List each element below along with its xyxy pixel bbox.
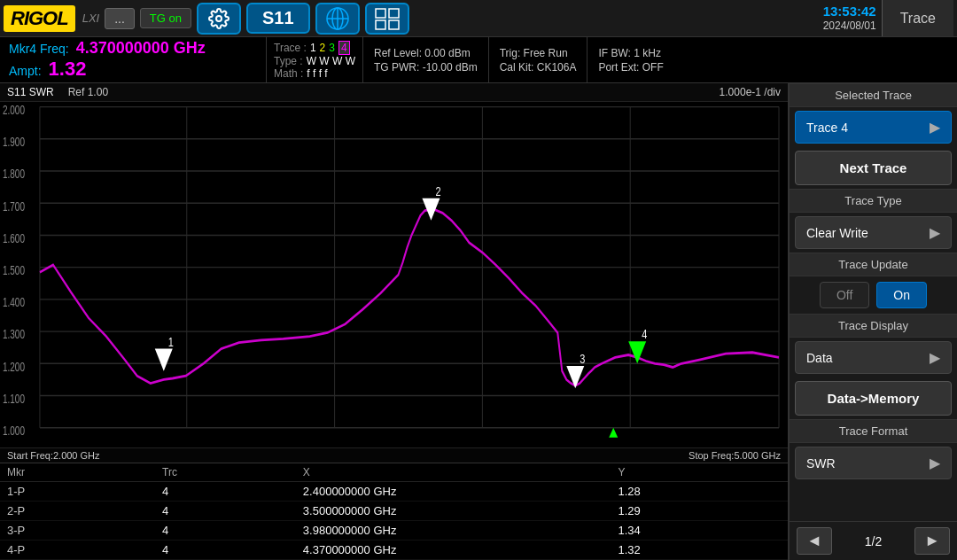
svg-text:1.700: 1.700 <box>3 199 25 214</box>
chart-title: S11 SWR <box>7 86 54 98</box>
trc-cell: 4 <box>155 502 296 521</box>
chevron-right-icon-2: ▶ <box>930 224 940 241</box>
chart-body: 2.000 1.900 1.800 1.700 1.600 1.500 1.40… <box>0 102 788 447</box>
logo-text: RIGOL <box>4 5 75 32</box>
chart-scale: 1.000e-1 /div <box>720 86 781 98</box>
svg-text:2.000: 2.000 <box>3 103 25 117</box>
svg-text:2: 2 <box>435 183 440 198</box>
svg-rect-8 <box>389 20 399 29</box>
s11-button[interactable]: S11 <box>246 3 310 34</box>
col-trc: Trc <box>155 463 296 482</box>
trace-display-data-button[interactable]: Data ▶ <box>795 341 952 374</box>
stop-freq: Stop Freq:5.000 GHz <box>689 450 781 461</box>
col-y: Y <box>611 463 788 482</box>
trace-num-2: 2 <box>320 42 326 54</box>
trace-format-swr-button[interactable]: SWR ▶ <box>795 447 952 479</box>
svg-marker-37 <box>155 349 173 371</box>
grid-button[interactable] <box>365 3 409 35</box>
math-values: f f f f <box>307 67 327 80</box>
ellipsis-button[interactable]: ... <box>105 8 135 29</box>
trace-num-1: 1 <box>310 42 316 54</box>
meas-left: Mkr4 Freq: 4.370000000 GHz Ampt: 1.32 <box>0 37 266 82</box>
trace-info: Trace : 1 2 3 4 Type : W W W W Math : f … <box>266 37 362 82</box>
panel-footer: ◄ 1/2 ► <box>790 521 957 560</box>
trace-update-row: Off On <box>790 276 957 314</box>
y-cell: 1.28 <box>611 482 788 502</box>
trc-cell: 4 <box>155 541 296 560</box>
next-page-button[interactable]: ► <box>914 527 950 555</box>
trc-cell: 4 <box>155 521 296 541</box>
main-area: S11 SWR Ref 1.00 1.000e-1 /div 2.000 1.9… <box>0 83 957 560</box>
trace-format-label: Trace Format <box>790 419 957 443</box>
freq-label: Mkr4 Freq: <box>9 42 69 56</box>
selected-trace-value: Trace 4 <box>806 121 848 135</box>
selected-trace-button[interactable]: Trace 4 ▶ <box>795 111 952 144</box>
table-row: 4-P 4 4.370000000 GHz 1.32 <box>0 541 788 560</box>
gear-icon <box>208 8 230 29</box>
trace-display-label: Trace Display <box>790 314 957 338</box>
x-cell: 3.980000000 GHz <box>296 521 611 541</box>
y-cell: 1.34 <box>611 521 788 541</box>
col-mkr: Mkr <box>0 463 155 482</box>
table-row: 2-P 4 3.500000000 GHz 1.29 <box>0 502 788 521</box>
mkr-cell: 1-P <box>0 482 155 502</box>
table-row: 1-P 4 2.400000000 GHz 1.28 <box>0 482 788 502</box>
time-display: 13:53:42 <box>823 3 876 20</box>
svg-text:1.900: 1.900 <box>3 136 25 150</box>
logo-lxi: LXI <box>82 12 100 25</box>
x-cell: 2.400000000 GHz <box>296 482 611 502</box>
y-cell: 1.32 <box>611 541 788 560</box>
x-cell: 4.370000000 GHz <box>296 541 611 560</box>
col-x: X <box>296 463 611 482</box>
prev-page-button[interactable]: ◄ <box>797 527 832 555</box>
y-cell: 1.29 <box>611 502 788 521</box>
svg-rect-7 <box>376 20 385 29</box>
ref-level: Ref Level: 0.00 dBm <box>374 47 478 59</box>
ampt-label: Ampt: <box>9 64 42 78</box>
data-label: Data <box>806 351 833 365</box>
trace-update-label: Trace Update <box>790 253 957 276</box>
trace-update-on-button[interactable]: On <box>876 282 927 308</box>
trig-info: Trig: Free Run Cal Kit: CK106A <box>488 37 587 82</box>
svg-text:1.200: 1.200 <box>3 360 25 374</box>
settings-button[interactable] <box>197 3 241 35</box>
bw-info: IF BW: 1 kHz Port Ext: OFF <box>587 37 673 82</box>
trace-num-4: 4 <box>338 41 350 55</box>
mkr-cell: 3-P <box>0 521 155 541</box>
mkr-cell: 4-P <box>0 541 155 560</box>
vna-icon <box>323 6 352 31</box>
next-trace-button[interactable]: Next Trace <box>795 151 952 185</box>
svg-text:1.100: 1.100 <box>3 392 25 406</box>
date-display: 2024/08/01 <box>823 19 876 34</box>
type-values: W W W W <box>307 55 355 67</box>
clear-write-button[interactable]: Clear Write ▶ <box>795 216 952 249</box>
data-memory-button[interactable]: Data->Memory <box>795 381 952 416</box>
trace-update-off-button[interactable]: Off <box>820 282 869 308</box>
svg-marker-45 <box>609 428 618 438</box>
grid-icon <box>374 7 401 30</box>
vna-button[interactable] <box>315 3 360 35</box>
svg-text:3: 3 <box>580 351 585 366</box>
trace-num-3: 3 <box>329 42 335 54</box>
svg-text:1.400: 1.400 <box>3 296 25 310</box>
if-bw: IF BW: 1 kHz <box>598 47 663 59</box>
measurement-row: Mkr4 Freq: 4.370000000 GHz Ampt: 1.32 Tr… <box>0 37 957 83</box>
chevron-right-icon: ▶ <box>930 119 940 136</box>
header-bar: RIGOL LXI ... TG on S11 13:53:42 2024/08… <box>0 0 957 37</box>
svg-rect-6 <box>389 9 399 18</box>
logo: RIGOL LXI <box>4 5 99 32</box>
selected-trace-label: Selected Trace <box>790 83 957 107</box>
svg-marker-41 <box>566 366 584 388</box>
chart-svg: 2.000 1.900 1.800 1.700 1.600 1.500 1.40… <box>0 102 788 447</box>
marker-table: Mkr Trc X Y 1-P 4 2.400000000 GHz 1.28 2… <box>0 463 788 560</box>
svg-text:1.000: 1.000 <box>3 424 25 438</box>
chart-header: S11 SWR Ref 1.00 1.000e-1 /div <box>0 83 788 102</box>
tg-button[interactable]: TG on <box>140 8 191 28</box>
port-ext: Port Ext: OFF <box>598 61 663 74</box>
datetime-display: 13:53:42 2024/08/01 <box>823 3 876 34</box>
trace-type-label: Trace Type <box>790 189 957 213</box>
right-panel: Selected Trace Trace 4 ▶ Next Trace Trac… <box>789 83 957 560</box>
mkr-cell: 2-P <box>0 502 155 521</box>
tg-pwr: TG PWR: -10.00 dBm <box>374 61 478 74</box>
svg-text:1: 1 <box>168 334 174 349</box>
